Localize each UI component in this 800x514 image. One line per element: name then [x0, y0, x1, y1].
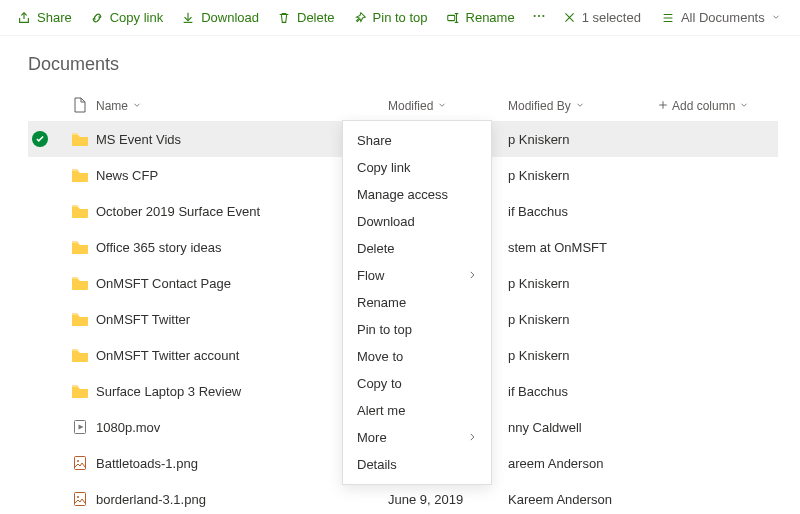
context-menu-item[interactable]: Move to	[343, 343, 491, 370]
context-menu-item[interactable]: Delete	[343, 235, 491, 262]
file-name[interactable]: MS Event Vids	[96, 132, 334, 147]
col-modified-label: Modified	[388, 99, 433, 113]
context-menu-label: Pin to top	[357, 322, 412, 337]
delete-label: Delete	[297, 10, 335, 25]
modified-by: p Kniskern	[508, 168, 658, 183]
context-menu-label: Flow	[357, 268, 384, 283]
table-header: Name Modified Modified By Add column	[28, 91, 778, 121]
view-selector[interactable]: All Documents	[652, 2, 790, 34]
delete-button[interactable]: Delete	[268, 2, 344, 34]
context-menu-item[interactable]: Share	[343, 127, 491, 154]
close-icon	[563, 11, 576, 24]
share-label: Share	[37, 10, 72, 25]
context-menu-item[interactable]: Copy link	[343, 154, 491, 181]
row-icon	[64, 384, 96, 398]
rename-button[interactable]: Rename	[437, 2, 524, 34]
file-name[interactable]: 1080p.mov	[96, 420, 334, 435]
toolbar: Share Copy link Download Delete Pin to t…	[0, 0, 800, 36]
context-menu-item[interactable]: Rename	[343, 289, 491, 316]
column-header-modified[interactable]: Modified	[388, 99, 508, 113]
row-icon	[64, 276, 96, 290]
file-name[interactable]: borderland-3.1.png	[96, 492, 334, 507]
row-icon	[64, 168, 96, 182]
context-menu-label: More	[357, 430, 387, 445]
context-menu-label: Alert me	[357, 403, 405, 418]
file-name[interactable]: OnMSFT Contact Page	[96, 276, 334, 291]
chevron-right-icon	[467, 431, 477, 445]
row-icon	[64, 132, 96, 146]
svg-point-3	[542, 15, 544, 17]
column-header-name[interactable]: Name	[96, 99, 388, 113]
filter-button[interactable]	[792, 2, 800, 34]
link-icon	[90, 11, 104, 25]
context-menu: ShareCopy linkManage accessDownloadDelet…	[342, 120, 492, 485]
rename-label: Rename	[466, 10, 515, 25]
modified-by: Kareem Anderson	[508, 492, 658, 507]
pin-icon	[353, 11, 367, 25]
download-label: Download	[201, 10, 259, 25]
context-menu-item[interactable]: More	[343, 424, 491, 451]
view-label: All Documents	[681, 10, 765, 25]
row-icon	[64, 240, 96, 254]
share-button[interactable]: Share	[8, 2, 81, 34]
modified-by: if Bacchus	[508, 204, 658, 219]
chevron-down-icon	[739, 99, 749, 113]
row-icon	[64, 491, 96, 507]
file-name[interactable]: Battletoads-1.png	[96, 456, 334, 471]
svg-rect-0	[447, 15, 454, 20]
file-name[interactable]: OnMSFT Twitter account	[96, 348, 334, 363]
context-menu-item[interactable]: Download	[343, 208, 491, 235]
chevron-down-icon	[437, 99, 447, 113]
chevron-down-icon	[771, 10, 781, 25]
context-menu-label: Details	[357, 457, 397, 472]
column-header-modified-by[interactable]: Modified By	[508, 99, 658, 113]
modified-by: stem at OnMSFT	[508, 240, 658, 255]
pin-button[interactable]: Pin to top	[344, 2, 437, 34]
context-menu-label: Copy link	[357, 160, 410, 175]
file-name[interactable]: News CFP	[96, 168, 334, 183]
plus-icon	[658, 99, 668, 113]
download-button[interactable]: Download	[172, 2, 268, 34]
row-icon	[64, 204, 96, 218]
copy-link-button[interactable]: Copy link	[81, 2, 172, 34]
svg-rect-38	[75, 493, 86, 506]
context-menu-label: Delete	[357, 241, 395, 256]
file-name[interactable]: Surface Laptop 3 Review	[96, 384, 334, 399]
context-menu-label: Copy to	[357, 376, 402, 391]
modified-by: if Bacchus	[508, 384, 658, 399]
file-name[interactable]: October 2019 Surface Event	[96, 204, 334, 219]
context-menu-item[interactable]: Copy to	[343, 370, 491, 397]
list-icon	[661, 11, 675, 25]
context-menu-label: Move to	[357, 349, 403, 364]
context-menu-item[interactable]: Pin to top	[343, 316, 491, 343]
modified-by: p Kniskern	[508, 348, 658, 363]
svg-point-34	[77, 460, 79, 462]
trash-icon	[277, 11, 291, 25]
modified-date: June 9, 2019	[388, 492, 508, 507]
col-by-label: Modified By	[508, 99, 571, 113]
column-type-icon[interactable]	[64, 97, 96, 116]
add-column-label: Add column	[672, 99, 735, 113]
modified-by: nny Caldwell	[508, 420, 658, 435]
table-row[interactable]: borderland-3.1.pngJune 9, 2019Kareem And…	[28, 481, 778, 514]
col-name-label: Name	[96, 99, 128, 113]
copy-link-label: Copy link	[110, 10, 163, 25]
chevron-right-icon	[467, 269, 477, 283]
more-actions-button[interactable]	[524, 2, 554, 34]
chevron-down-icon	[575, 99, 585, 113]
context-menu-item[interactable]: Alert me	[343, 397, 491, 424]
modified-by: p Kniskern	[508, 132, 658, 147]
chevron-down-icon	[132, 99, 142, 113]
modified-by: p Kniskern	[508, 276, 658, 291]
context-menu-item[interactable]: Details	[343, 451, 491, 478]
clear-selection-button[interactable]: 1 selected	[554, 2, 650, 34]
file-name[interactable]: Office 365 story ideas	[96, 240, 334, 255]
file-name[interactable]: OnMSFT Twitter	[96, 312, 334, 327]
page-title: Documents	[28, 54, 778, 75]
rename-icon	[446, 11, 460, 25]
svg-point-1	[533, 15, 535, 17]
selected-check-icon[interactable]	[32, 131, 48, 147]
context-menu-item[interactable]: Flow	[343, 262, 491, 289]
context-menu-item[interactable]: Manage access	[343, 181, 491, 208]
add-column-button[interactable]: Add column	[658, 99, 778, 113]
